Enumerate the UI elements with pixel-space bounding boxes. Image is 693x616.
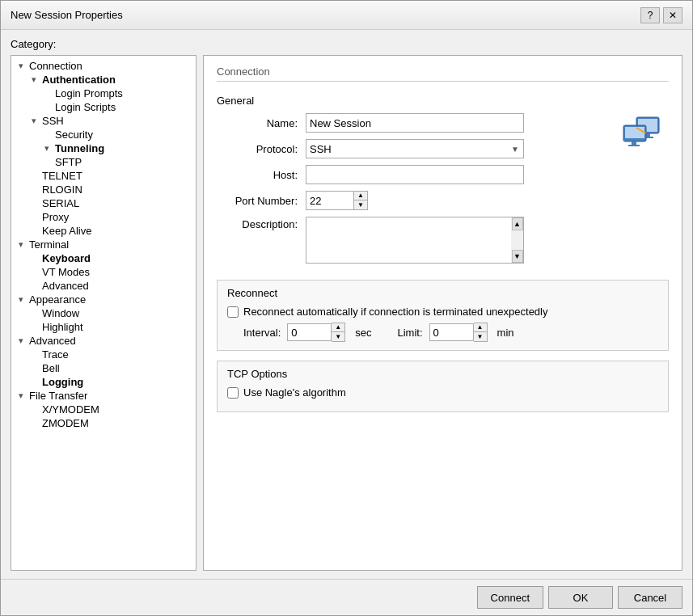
interval-label: Interval: (243, 327, 281, 339)
protocol-label: Protocol: (217, 143, 306, 155)
interval-input[interactable] (287, 323, 332, 341)
tcp-title: TCP Options (227, 368, 658, 380)
tree-item-authentication[interactable]: ▾Authentication (11, 73, 196, 86)
dialog-footer: Connect OK Cancel (1, 579, 692, 615)
protocol-row: Protocol: SSH TELNET RLOGIN SERIAL (217, 139, 607, 158)
tree-expander-ssh: ▾ (27, 116, 40, 126)
tree-item-xy-modem[interactable]: X/YMODEM (11, 403, 196, 416)
tree-item-advanced-top[interactable]: ▾Advanced (11, 334, 196, 348)
tree-label-trace: Trace (40, 348, 69, 361)
form-fields: Name: Protocol: SSH TELNET (217, 113, 607, 270)
tree-item-file-transfer[interactable]: ▾File Transfer (11, 389, 196, 403)
tree-label-authentication: Authentication (40, 74, 116, 86)
reconnect-checkbox[interactable] (227, 306, 239, 318)
desc-scrollbar: ▲ ▼ (511, 217, 524, 264)
tree-item-terminal[interactable]: ▾Terminal (11, 238, 196, 251)
tree-item-trace[interactable]: Trace (11, 348, 196, 361)
tree-item-logging[interactable]: Logging (11, 375, 196, 389)
limit-input[interactable] (429, 323, 474, 341)
limit-up-button[interactable]: ▲ (474, 323, 487, 332)
tree-item-proxy[interactable]: Proxy (11, 210, 196, 224)
help-button[interactable]: ? (640, 7, 660, 23)
desc-input[interactable] (306, 217, 524, 264)
tree-expander-authentication: ▾ (27, 74, 40, 85)
general-title: General (217, 95, 669, 107)
tree-item-window[interactable]: Window (11, 306, 196, 320)
tree-item-advanced[interactable]: Advanced (11, 279, 196, 293)
tree-label-file-transfer: File Transfer (27, 390, 87, 402)
connect-button[interactable]: Connect (477, 586, 543, 609)
tree-label-vt-modes: VT Modes (40, 266, 90, 278)
tree-label-security: Security (53, 129, 93, 141)
desc-scroll-up-button[interactable]: ▲ (512, 217, 523, 230)
min-label: min (497, 327, 514, 339)
cancel-button[interactable]: Cancel (618, 586, 682, 609)
tree-item-appearance[interactable]: ▾Appearance (11, 293, 196, 306)
interval-input-group: ▲ ▼ (287, 323, 345, 342)
limit-spinner: ▲ ▼ (474, 323, 488, 342)
sec-label: sec (355, 327, 371, 339)
tree-item-keep-alive[interactable]: Keep Alive (11, 224, 196, 238)
tree-label-keep-alive: Keep Alive (40, 225, 91, 237)
interval-spinner: ▲ ▼ (332, 323, 345, 342)
tree-item-serial[interactable]: SERIAL (11, 196, 196, 210)
limit-input-group: ▲ ▼ (429, 323, 488, 342)
tree-label-window: Window (40, 307, 79, 319)
protocol-select[interactable]: SSH TELNET RLOGIN SERIAL (306, 139, 524, 158)
close-button[interactable]: ✕ (663, 7, 682, 23)
desc-label: Description: (217, 217, 306, 230)
tree-expander-appearance: ▾ (15, 294, 27, 305)
ok-button[interactable]: OK (548, 586, 613, 609)
tree-label-zmodem: ZMODEM (40, 417, 89, 429)
port-up-button[interactable]: ▲ (354, 192, 367, 200)
category-label: Category: (11, 38, 682, 50)
tree-item-login-scripts[interactable]: Login Scripts (11, 100, 196, 114)
tree-label-serial: SERIAL (40, 197, 79, 209)
title-bar-buttons: ? ✕ (640, 7, 682, 23)
tree-item-security[interactable]: Security (11, 128, 196, 141)
tree-item-keyboard[interactable]: Keyboard (11, 251, 196, 265)
dialog-title: New Session Properties (11, 9, 123, 21)
tree-item-vt-modes[interactable]: VT Modes (11, 265, 196, 279)
tree-item-login-prompts[interactable]: Login Prompts (11, 86, 196, 100)
tree-label-highlight: Highlight (40, 321, 83, 333)
tree-label-advanced: Advanced (40, 280, 89, 292)
tree-item-sftp[interactable]: SFTP (11, 155, 196, 169)
tree-label-appearance: Appearance (27, 293, 86, 306)
interval-down-button[interactable]: ▼ (332, 332, 344, 341)
port-input[interactable] (306, 191, 354, 210)
dialog: New Session Properties ? ✕ Category: ▾Co… (0, 0, 693, 616)
tree-expander-tunneling: ▾ (40, 143, 53, 154)
tcp-section: TCP Options Use Nagle's algorithm (217, 361, 669, 412)
interval-up-button[interactable]: ▲ (332, 323, 344, 332)
port-wrapper: ▲ ▼ (306, 191, 368, 210)
tree-label-xy-modem: X/YMODEM (40, 403, 99, 416)
desc-scroll-down-button[interactable]: ▼ (512, 250, 523, 263)
port-row: Port Number: ▲ ▼ (217, 191, 607, 210)
tree-label-ssh: SSH (40, 115, 64, 127)
host-input[interactable] (306, 165, 524, 184)
nagle-checkbox[interactable] (227, 387, 239, 399)
tree-item-zmodem[interactable]: ZMODEM (11, 416, 196, 430)
name-input[interactable] (306, 113, 524, 133)
tree-label-advanced-top: Advanced (27, 335, 76, 347)
tree-item-connection[interactable]: ▾Connection (11, 59, 196, 73)
svg-rect-6 (632, 141, 636, 145)
main-content: ▾Connection▾AuthenticationLogin PromptsL… (11, 55, 682, 571)
port-spinner: ▲ ▼ (354, 191, 368, 210)
tree-item-tunneling[interactable]: ▾Tunneling (11, 141, 196, 155)
tree-item-ssh[interactable]: ▾SSH (11, 114, 196, 128)
tree-label-sftp: SFTP (53, 156, 82, 168)
tree-item-telnet[interactable]: TELNET (11, 169, 196, 183)
tree-item-highlight[interactable]: Highlight (11, 320, 196, 334)
desc-row: Description: ▲ ▼ (217, 217, 607, 264)
name-row: Name: (217, 113, 607, 133)
tree-item-rlogin[interactable]: RLOGIN (11, 183, 196, 196)
limit-down-button[interactable]: ▼ (474, 332, 487, 341)
tree-item-bell[interactable]: Bell (11, 361, 196, 375)
tree-label-connection: Connection (27, 60, 82, 72)
network-icon (620, 113, 669, 154)
port-down-button[interactable]: ▼ (354, 200, 367, 209)
interval-row: Interval: ▲ ▼ sec Limit: (227, 323, 658, 342)
general-section: General Name: Protocol: (217, 95, 669, 270)
